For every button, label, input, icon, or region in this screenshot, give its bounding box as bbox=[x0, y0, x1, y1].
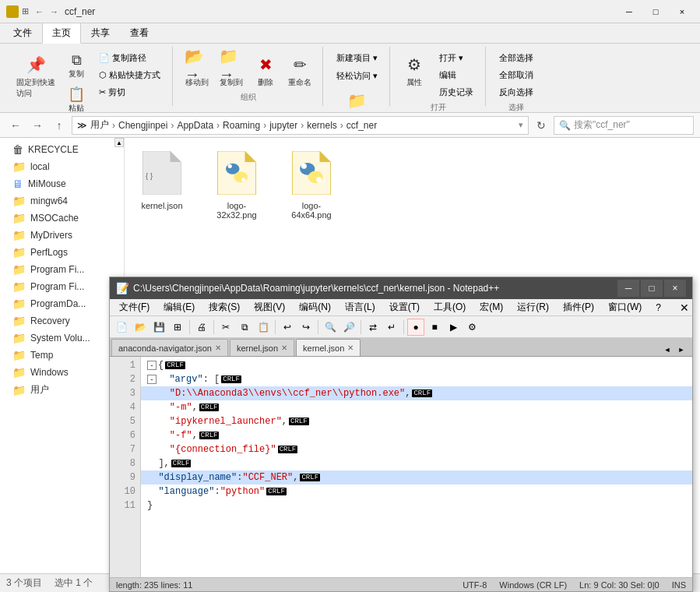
tab-close-icon[interactable]: ✕ bbox=[347, 344, 354, 352]
open-file-btn[interactable]: 📂 bbox=[132, 319, 149, 336]
record-macro-btn[interactable]: ● bbox=[407, 319, 424, 336]
print-btn[interactable]: 🖨 bbox=[193, 319, 210, 336]
sidebar-item-msocache[interactable]: 📁 MSOCache bbox=[0, 210, 124, 227]
select-all-button[interactable]: 全部选择 bbox=[494, 50, 539, 66]
path-dropdown-icon[interactable]: ▾ bbox=[519, 120, 523, 130]
stop-record-btn[interactable]: ■ bbox=[426, 319, 443, 336]
npp-collapse-button[interactable]: ✕ bbox=[680, 301, 689, 314]
tab-file[interactable]: 文件 bbox=[3, 23, 42, 43]
path-part-appdata[interactable]: AppData bbox=[177, 120, 213, 131]
sidebar-item-perflogs[interactable]: 📁 PerfLogs bbox=[0, 244, 124, 261]
menu-settings[interactable]: 设置(T) bbox=[383, 299, 426, 315]
menu-language[interactable]: 语言(L) bbox=[339, 299, 382, 315]
sidebar-item-system[interactable]: 📁 System Volu... bbox=[0, 329, 124, 347]
tab-home[interactable]: 主页 bbox=[42, 23, 81, 44]
sidebar-item-mydrivers[interactable]: 📁 MyDrivers bbox=[0, 227, 124, 244]
sidebar-item-local[interactable]: 📁 local bbox=[0, 158, 124, 175]
open-button[interactable]: 打开 ▾ bbox=[434, 50, 479, 66]
tab-kernel-json-2[interactable]: kernel.json ✕ bbox=[296, 339, 361, 356]
easy-access-button[interactable]: 轻松访问 ▾ bbox=[331, 68, 383, 84]
path-part-roaming[interactable]: Roaming bbox=[223, 120, 260, 131]
fold-marker-2[interactable]: - bbox=[147, 375, 157, 384]
new-item-button[interactable]: 新建项目 ▾ bbox=[331, 50, 383, 66]
redo-btn[interactable]: ↪ bbox=[297, 319, 315, 336]
copy-button[interactable]: ⧉ 复制 bbox=[61, 50, 92, 82]
fold-marker-1[interactable]: - bbox=[147, 361, 157, 370]
invert-select-button[interactable]: 反向选择 bbox=[494, 84, 539, 100]
menu-plugins[interactable]: 插件(P) bbox=[557, 299, 600, 315]
wrap-btn[interactable]: ↵ bbox=[383, 319, 400, 336]
play-macro-btn[interactable]: ▶ bbox=[445, 319, 462, 336]
tab-scroll-left[interactable]: ◄ bbox=[661, 344, 674, 356]
move-to-button[interactable]: 📂→ 移动到 bbox=[181, 50, 213, 90]
sidebar-item-temp[interactable]: 📁 Temp bbox=[0, 347, 124, 364]
copy-tool-btn[interactable]: ⧉ bbox=[236, 319, 253, 336]
path-part-kernels[interactable]: kernels bbox=[307, 120, 337, 131]
sidebar-item-programdata[interactable]: 📁 ProgramDa... bbox=[0, 295, 124, 312]
npp-close-button[interactable]: × bbox=[664, 280, 686, 297]
search-box[interactable]: 🔍 搜索"ccf_ner" bbox=[554, 116, 694, 135]
settings-tool-btn[interactable]: ⚙ bbox=[463, 319, 480, 336]
save-btn[interactable]: 💾 bbox=[150, 319, 167, 336]
tab-close-icon[interactable]: ✕ bbox=[281, 344, 287, 352]
tab-close-icon[interactable]: ✕ bbox=[215, 344, 221, 352]
sync-btn[interactable]: ⇄ bbox=[364, 319, 382, 336]
sidebar-item-mimouse[interactable]: 🖥 MiMouse bbox=[0, 175, 124, 192]
refresh-button[interactable]: ↻ bbox=[532, 116, 551, 135]
tab-navigator-json[interactable]: anaconda-navigator.json ✕ bbox=[111, 339, 228, 356]
paste-shortcut-button[interactable]: ⬡ 粘贴快捷方式 bbox=[93, 67, 166, 83]
properties-button[interactable]: ⚙ 属性 bbox=[398, 50, 431, 90]
history-button[interactable]: 历史记录 bbox=[434, 84, 479, 100]
back-button[interactable]: ← bbox=[6, 116, 25, 135]
new-file-btn[interactable]: 📄 bbox=[113, 319, 130, 336]
copy-path-button[interactable]: 📄 复制路径 bbox=[93, 50, 166, 66]
sidebar-item-program2[interactable]: 📁 Program Fi... bbox=[0, 278, 124, 295]
menu-help[interactable]: ? bbox=[649, 301, 667, 315]
edit-button[interactable]: 编辑 bbox=[434, 67, 479, 83]
forward-button[interactable]: → bbox=[28, 116, 47, 135]
paste-button[interactable]: 📋 粘贴 bbox=[61, 83, 92, 116]
npp-editor[interactable]: - { CRLF - "argv" : [ CRLF "D:\\Anaconda… bbox=[141, 357, 692, 577]
menu-file[interactable]: 文件(F) bbox=[113, 299, 156, 315]
npp-minimize-button[interactable]: ─ bbox=[617, 280, 639, 297]
tab-scroll-right[interactable]: ► bbox=[675, 344, 688, 356]
tab-share[interactable]: 共享 bbox=[81, 23, 120, 43]
undo-btn[interactable]: ↩ bbox=[279, 319, 296, 336]
rename-button[interactable]: ✏ 重命名 bbox=[283, 50, 316, 90]
file-item-logo32[interactable]: logo-32x32.png bbox=[206, 144, 268, 224]
menu-search[interactable]: 搜索(S) bbox=[202, 299, 246, 315]
sidebar-item-program1[interactable]: 📁 Program Fi... bbox=[0, 261, 124, 278]
cut-button[interactable]: ✂ 剪切 bbox=[93, 84, 166, 100]
file-item-kernel-json[interactable]: { } kernel.json bbox=[131, 144, 193, 224]
menu-window[interactable]: 窗口(W) bbox=[602, 299, 648, 315]
copy-to-button[interactable]: 📁→ 复制到 bbox=[215, 50, 248, 90]
sidebar-item-mingw64[interactable]: 📁 mingw64 bbox=[0, 192, 124, 210]
find-btn[interactable]: 🔍 bbox=[322, 319, 339, 336]
zoom-in-btn[interactable]: 🔎 bbox=[340, 319, 357, 336]
path-part-ccf-ner[interactable]: ccf_ner bbox=[346, 120, 377, 131]
sidebar-item-windows[interactable]: 📁 Windows bbox=[0, 364, 124, 381]
sidebar-item-users[interactable]: 📁 用户 bbox=[0, 381, 124, 399]
paste-tool-btn[interactable]: 📋 bbox=[255, 319, 272, 336]
path-part-jupyter[interactable]: jupyter bbox=[269, 120, 297, 131]
sidebar-item-krecycle[interactable]: 🗑 KRECYCLE bbox=[0, 141, 124, 158]
tab-view[interactable]: 查看 bbox=[120, 23, 159, 43]
up-button[interactable]: ↑ bbox=[50, 116, 69, 135]
path-part-user[interactable]: Chengjinpei bbox=[118, 120, 167, 131]
close-button[interactable]: × bbox=[670, 4, 694, 19]
menu-macro[interactable]: 宏(M) bbox=[473, 299, 509, 315]
tab-kernel-json-1[interactable]: kernel.json ✕ bbox=[230, 339, 294, 356]
minimize-button[interactable]: ─ bbox=[617, 4, 641, 19]
menu-run[interactable]: 运行(R) bbox=[511, 299, 555, 315]
save-all-btn[interactable]: ⊞ bbox=[169, 319, 186, 336]
menu-encoding[interactable]: 编码(N) bbox=[293, 299, 337, 315]
menu-edit[interactable]: 编辑(E) bbox=[157, 299, 201, 315]
delete-button[interactable]: ✖ 删除 bbox=[249, 50, 282, 90]
npp-maximize-button[interactable]: □ bbox=[641, 280, 663, 297]
cut-tool-btn[interactable]: ✂ bbox=[217, 319, 234, 336]
file-item-logo64[interactable]: logo-64x64.png bbox=[280, 144, 343, 224]
path-part-users[interactable]: 用户 bbox=[90, 118, 109, 132]
sidebar-item-recovery[interactable]: 📁 Recovery bbox=[0, 312, 124, 329]
sidebar-scroll-up[interactable]: ▲ bbox=[114, 138, 124, 147]
maximize-button[interactable]: □ bbox=[644, 4, 667, 19]
